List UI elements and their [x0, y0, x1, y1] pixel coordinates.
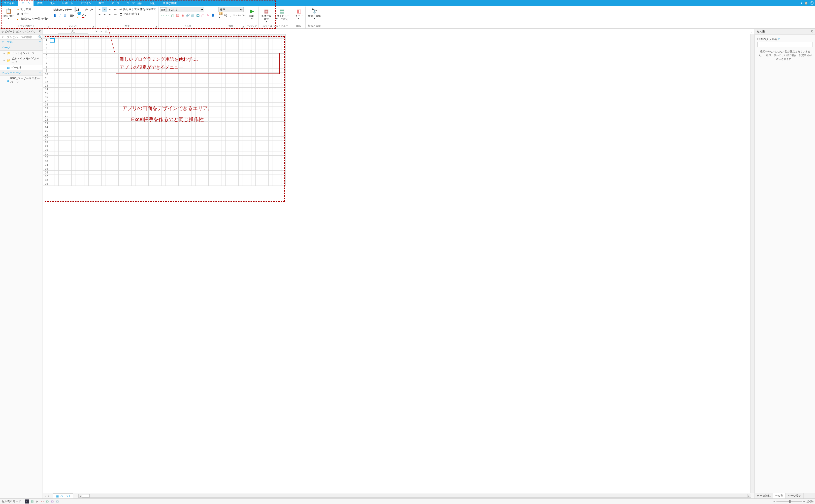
- cell[interactable]: [136, 69, 140, 73]
- cell[interactable]: [183, 84, 187, 88]
- cell[interactable]: [149, 167, 153, 171]
- cell[interactable]: [136, 103, 140, 106]
- cell[interactable]: [161, 88, 166, 91]
- cell[interactable]: [114, 122, 119, 125]
- cell[interactable]: [131, 144, 136, 148]
- cell[interactable]: [260, 57, 264, 61]
- cell[interactable]: [72, 129, 76, 133]
- cell[interactable]: [161, 114, 166, 118]
- menu-tab-advanced[interactable]: 高度な機能: [159, 0, 180, 6]
- cell[interactable]: [260, 152, 264, 156]
- cell[interactable]: [200, 80, 204, 84]
- cell[interactable]: [226, 61, 230, 65]
- cell[interactable]: [217, 95, 221, 99]
- cell[interactable]: [273, 61, 277, 65]
- row-header[interactable]: 5: [43, 54, 50, 57]
- cell[interactable]: [89, 156, 93, 159]
- cell[interactable]: [217, 84, 221, 88]
- row-header[interactable]: 32: [43, 156, 50, 159]
- cell[interactable]: [256, 137, 260, 140]
- cell[interactable]: [273, 159, 277, 163]
- cell[interactable]: [50, 84, 54, 88]
- cell[interactable]: [127, 54, 131, 57]
- cell[interactable]: [230, 39, 234, 42]
- cell[interactable]: [234, 39, 238, 42]
- col-header[interactable]: AG: [187, 34, 191, 39]
- cell[interactable]: [174, 118, 179, 122]
- cell[interactable]: [89, 110, 93, 114]
- cell[interactable]: [200, 54, 204, 57]
- col-header[interactable]: AQ: [230, 34, 234, 39]
- cell[interactable]: [277, 88, 281, 91]
- cell[interactable]: [179, 39, 183, 42]
- cell[interactable]: [140, 152, 144, 156]
- cell[interactable]: [268, 54, 273, 57]
- cell[interactable]: [54, 182, 59, 186]
- cell[interactable]: [157, 114, 161, 118]
- cell[interactable]: [256, 163, 260, 167]
- cell[interactable]: [157, 69, 161, 73]
- cell[interactable]: [89, 65, 93, 69]
- cell[interactable]: [166, 110, 170, 114]
- cell[interactable]: [131, 114, 136, 118]
- cell[interactable]: [89, 50, 93, 54]
- menu-tab-create[interactable]: 作成: [33, 0, 46, 6]
- cell[interactable]: [161, 163, 166, 167]
- cell[interactable]: [127, 95, 131, 99]
- cell[interactable]: [234, 174, 238, 178]
- row-header[interactable]: 12: [43, 80, 50, 84]
- vertical-scrollbar[interactable]: [751, 34, 755, 493]
- cell[interactable]: [174, 80, 179, 84]
- cell[interactable]: [127, 88, 131, 91]
- cell[interactable]: [247, 95, 251, 99]
- col-header[interactable]: K: [93, 34, 97, 39]
- cell[interactable]: [166, 133, 170, 137]
- cell[interactable]: [166, 171, 170, 174]
- cell[interactable]: [196, 182, 200, 186]
- cell[interactable]: [196, 137, 200, 140]
- cell[interactable]: [264, 114, 268, 118]
- cell[interactable]: [149, 69, 153, 73]
- cell[interactable]: [50, 163, 54, 167]
- cell[interactable]: [131, 110, 136, 114]
- cell[interactable]: [153, 95, 157, 99]
- cell[interactable]: [187, 76, 191, 80]
- cell[interactable]: [238, 152, 243, 156]
- cell[interactable]: [183, 167, 187, 171]
- cell[interactable]: [204, 148, 209, 152]
- cell[interactable]: [101, 159, 106, 163]
- cell[interactable]: [251, 182, 256, 186]
- cell[interactable]: [110, 163, 114, 167]
- cell[interactable]: [187, 148, 191, 152]
- cell[interactable]: [174, 84, 179, 88]
- cell[interactable]: [277, 69, 281, 73]
- nav-pin-icon[interactable]: ⇱: [39, 30, 41, 33]
- cell[interactable]: [123, 88, 127, 91]
- cell[interactable]: [226, 182, 230, 186]
- cell[interactable]: [243, 144, 247, 148]
- cell[interactable]: [196, 76, 200, 80]
- cell[interactable]: [247, 174, 251, 178]
- cell[interactable]: [281, 42, 286, 46]
- cell[interactable]: [140, 95, 144, 99]
- cell[interactable]: [166, 106, 170, 110]
- cell[interactable]: [281, 99, 286, 103]
- cell[interactable]: [170, 148, 174, 152]
- cell[interactable]: [243, 57, 247, 61]
- cell[interactable]: [281, 69, 286, 73]
- cell[interactable]: [256, 171, 260, 174]
- cell[interactable]: [72, 61, 76, 65]
- cell[interactable]: [179, 148, 183, 152]
- cell[interactable]: [136, 122, 140, 125]
- cell[interactable]: [80, 110, 84, 114]
- cell[interactable]: [213, 42, 217, 46]
- cell[interactable]: [174, 129, 179, 133]
- cell[interactable]: [174, 46, 179, 50]
- cell[interactable]: [264, 140, 268, 144]
- cell[interactable]: [114, 95, 119, 99]
- cell[interactable]: [251, 76, 256, 80]
- cell[interactable]: [221, 122, 226, 125]
- cell[interactable]: [127, 171, 131, 174]
- cell[interactable]: [234, 163, 238, 167]
- cell[interactable]: [101, 42, 106, 46]
